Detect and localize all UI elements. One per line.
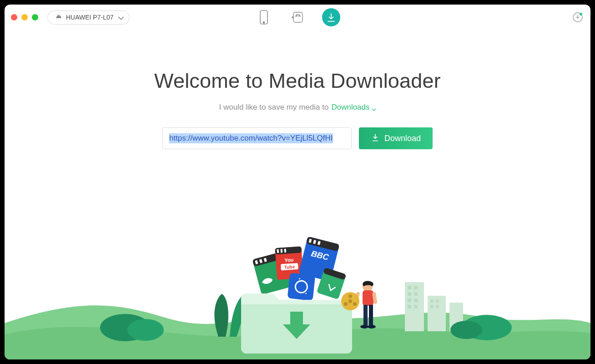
svg-rect-36 <box>275 246 302 254</box>
svg-point-11 <box>100 314 150 341</box>
page-title: Welcome to Media Downloader <box>154 69 441 93</box>
android-icon <box>55 14 62 21</box>
svg-point-5 <box>263 22 264 23</box>
svg-rect-16 <box>408 286 411 289</box>
svg-rect-20 <box>408 298 411 302</box>
save-folder-selector[interactable]: Downloads <box>331 103 376 112</box>
app-window: HUAWEI P7-L07 Welcome to Media Downloade… <box>5 5 590 359</box>
download-button-label: Download <box>384 134 421 143</box>
download-icon <box>371 132 380 145</box>
svg-rect-22 <box>408 305 411 308</box>
svg-rect-17 <box>414 286 418 289</box>
subtitle-prefix: I would like to save my media to <box>219 103 328 112</box>
svg-rect-37 <box>277 249 279 253</box>
svg-rect-46 <box>313 240 316 244</box>
svg-point-51 <box>290 275 313 298</box>
svg-point-7 <box>297 15 298 16</box>
save-folder-label: Downloads <box>331 103 369 112</box>
svg-rect-27 <box>436 305 439 308</box>
download-button[interactable]: Download <box>359 127 433 149</box>
svg-point-0 <box>57 16 58 17</box>
subtitle: I would like to save my media to Downloa… <box>219 103 376 112</box>
svg-rect-23 <box>414 305 418 308</box>
svg-rect-34 <box>264 258 267 262</box>
svg-text:Tube: Tube <box>284 264 295 270</box>
url-row: https://www.youtube.com/watch?v=YEjLl5LQ… <box>162 127 433 149</box>
svg-point-66 <box>344 302 348 306</box>
device-selector[interactable]: HUAWEI P7-L07 <box>47 10 130 25</box>
svg-text:You: You <box>284 257 294 263</box>
svg-rect-35 <box>275 246 303 280</box>
svg-rect-18 <box>408 292 411 296</box>
svg-point-62 <box>341 292 359 310</box>
device-label: HUAWEI P7-L07 <box>66 14 114 21</box>
downloads-queue-button[interactable] <box>571 11 584 24</box>
close-window-button[interactable] <box>11 14 17 20</box>
svg-rect-52 <box>317 268 346 300</box>
svg-rect-57 <box>369 305 373 326</box>
svg-rect-47 <box>318 241 321 245</box>
url-input[interactable]: https://www.youtube.com/watch?v=YEjLl5LQ… <box>162 127 352 149</box>
svg-rect-32 <box>255 260 258 264</box>
titlebar: HUAWEI P7-L07 <box>5 5 590 30</box>
svg-point-28 <box>462 315 512 340</box>
svg-rect-56 <box>363 305 368 326</box>
svg-rect-60 <box>353 292 360 304</box>
svg-rect-38 <box>281 249 283 253</box>
nav-device-tab[interactable] <box>255 8 273 26</box>
illustration: You Tube BBC <box>5 214 590 359</box>
svg-rect-24 <box>430 299 434 303</box>
main-content: Welcome to Media Downloader I would like… <box>5 30 590 149</box>
svg-point-8 <box>299 15 300 16</box>
svg-point-58 <box>360 325 368 329</box>
svg-point-54 <box>363 282 373 292</box>
chevron-down-icon <box>117 15 122 20</box>
url-input-value: https://www.youtube.com/watch?v=YEjLl5LQ… <box>169 133 333 143</box>
svg-rect-15 <box>449 303 463 331</box>
svg-rect-25 <box>436 299 439 303</box>
svg-point-65 <box>353 302 357 306</box>
svg-rect-33 <box>259 259 262 263</box>
svg-point-29 <box>450 321 482 339</box>
top-nav <box>255 8 340 26</box>
svg-point-63 <box>348 299 352 303</box>
chevron-down-icon <box>372 105 376 110</box>
svg-rect-31 <box>252 251 285 267</box>
svg-line-3 <box>60 14 60 15</box>
svg-rect-19 <box>414 292 418 296</box>
svg-rect-26 <box>430 305 434 308</box>
svg-rect-53 <box>323 268 347 280</box>
svg-rect-43 <box>298 237 339 282</box>
svg-rect-39 <box>284 249 287 253</box>
svg-point-50 <box>295 280 308 293</box>
svg-rect-14 <box>405 282 424 331</box>
svg-rect-61 <box>372 292 378 304</box>
svg-rect-21 <box>414 298 418 302</box>
svg-point-12 <box>127 319 164 341</box>
nav-android-transfer-tab[interactable] <box>288 8 307 26</box>
fullscreen-window-button[interactable] <box>32 14 38 20</box>
svg-rect-45 <box>309 239 312 243</box>
minimize-window-button[interactable] <box>21 14 28 20</box>
svg-rect-55 <box>363 290 373 306</box>
svg-point-1 <box>59 16 60 17</box>
svg-point-10 <box>580 13 582 15</box>
svg-line-2 <box>57 14 58 15</box>
svg-rect-13 <box>428 296 446 331</box>
svg-rect-49 <box>287 273 316 301</box>
svg-point-59 <box>368 325 376 329</box>
svg-point-64 <box>348 294 352 298</box>
svg-text:BBC: BBC <box>310 249 330 262</box>
svg-rect-6 <box>293 12 303 22</box>
svg-rect-44 <box>306 237 340 252</box>
svg-rect-30 <box>252 251 292 294</box>
nav-media-downloader-tab[interactable] <box>322 8 340 26</box>
window-controls <box>11 14 38 20</box>
svg-rect-41 <box>281 263 298 271</box>
